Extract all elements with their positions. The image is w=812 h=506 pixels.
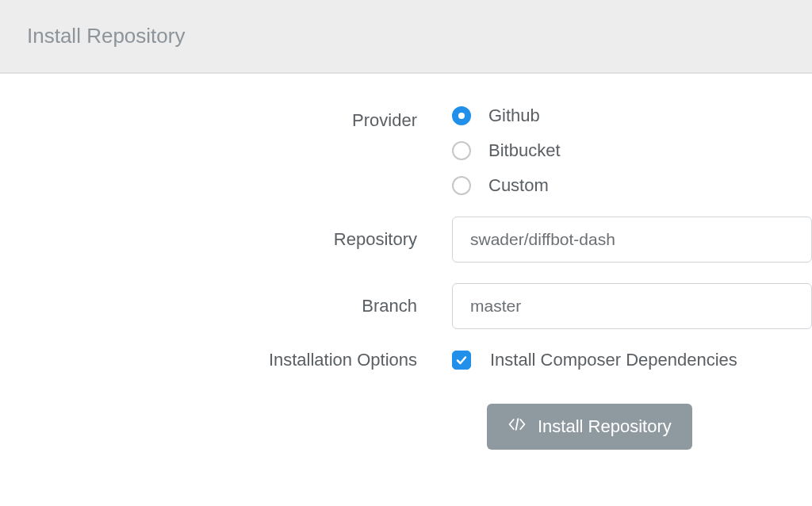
radio-label: Custom: [488, 175, 549, 196]
install-repository-button[interactable]: Install Repository: [487, 404, 692, 450]
repository-label: Repository: [0, 229, 452, 250]
radio-icon: [452, 106, 471, 125]
branch-input[interactable]: [452, 283, 812, 329]
provider-row: Provider Github Bitbucket Custom: [0, 105, 812, 196]
install-options-col: Install Composer Dependencies: [452, 350, 812, 370]
install-repository-form: Provider Github Bitbucket Custom Reposit…: [0, 74, 812, 450]
submit-row: Install Repository: [0, 404, 812, 450]
provider-option-bitbucket[interactable]: Bitbucket: [452, 140, 812, 161]
branch-field-col: [452, 283, 812, 329]
composer-checkbox[interactable]: Install Composer Dependencies: [452, 350, 812, 370]
panel-header: Install Repository: [0, 0, 812, 74]
svg-line-0: [516, 419, 519, 430]
radio-icon: [452, 141, 471, 160]
code-icon: [508, 416, 527, 437]
repository-row: Repository: [0, 217, 812, 263]
radio-icon: [452, 176, 471, 195]
page-title: Install Repository: [27, 24, 785, 48]
provider-label: Provider: [0, 105, 452, 131]
checkbox-icon: [452, 351, 471, 370]
provider-option-custom[interactable]: Custom: [452, 175, 812, 196]
repository-input[interactable]: [452, 217, 812, 263]
repository-field-col: [452, 217, 812, 263]
button-label: Install Repository: [538, 416, 672, 437]
branch-row: Branch: [0, 283, 812, 329]
install-options-label: Installation Options: [0, 350, 452, 370]
checkbox-label: Install Composer Dependencies: [490, 350, 737, 370]
radio-label: Github: [488, 105, 540, 126]
radio-label: Bitbucket: [488, 140, 561, 161]
install-options-row: Installation Options Install Composer De…: [0, 350, 812, 370]
provider-options: Github Bitbucket Custom: [452, 105, 812, 196]
branch-label: Branch: [0, 296, 452, 316]
provider-option-github[interactable]: Github: [452, 105, 812, 126]
